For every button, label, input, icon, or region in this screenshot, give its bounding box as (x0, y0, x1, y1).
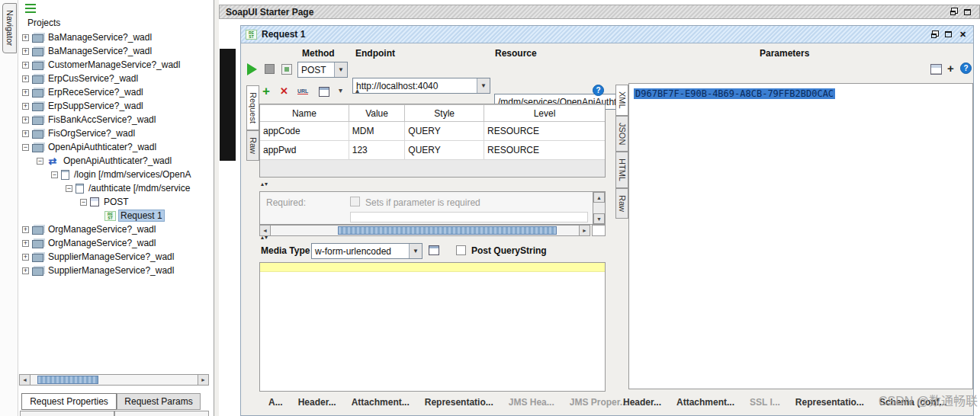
scrollbar-thumb[interactable] (37, 376, 98, 384)
param-cell[interactable]: appCode (260, 122, 349, 141)
expander-icon[interactable]: − (80, 199, 87, 206)
splitter-collapse-buttons[interactable]: ▴▾ (261, 234, 268, 241)
param-cell[interactable]: QUERY (405, 122, 484, 141)
help-icon[interactable]: ? (593, 85, 604, 96)
tree-item[interactable]: +ErpCusService?_wadl (18, 72, 214, 85)
scrollbar-thumb[interactable] (338, 226, 557, 235)
expander-icon[interactable]: + (22, 226, 29, 233)
param-cell[interactable]: QUERY (405, 141, 484, 160)
desktop-scrollbar[interactable] (220, 49, 236, 161)
detail-vscrollbar[interactable]: ▲ ▼ (593, 192, 605, 224)
scroll-left-button[interactable]: ◄ (19, 374, 31, 386)
restore-icon[interactable] (947, 7, 959, 18)
scroll-up-button[interactable]: ▲ (593, 192, 605, 203)
tree-item[interactable]: −⇄OpenApiAuthticater?_wadl (18, 154, 214, 168)
tree-item[interactable]: +BaManageService?_wadl (18, 44, 214, 58)
request-bottom-tab[interactable]: Representatio... (425, 397, 493, 408)
splitter-collapse-buttons[interactable]: ▴▾ (261, 181, 268, 187)
param-row[interactable]: appCodeMDMQUERYRESOURCE (260, 122, 605, 141)
tree-item[interactable]: +FisOrgService?_wadl (18, 126, 214, 140)
param-row[interactable]: appPwd123QUERYRESOURCE (260, 141, 605, 160)
response-selected-text[interactable]: D967BF7F-E90B-4B69-A8CB-79FFB2BD0CAC (634, 88, 835, 99)
tree-item[interactable]: +BaManageService?_wadl (18, 30, 214, 44)
scrollbar-track[interactable] (31, 374, 198, 386)
expander-icon[interactable]: + (22, 62, 29, 69)
response-format-tab-json[interactable]: JSON (615, 116, 628, 152)
method-select[interactable]: POST ▼ (297, 62, 348, 78)
query-params-icon[interactable] (930, 64, 942, 80)
restore-icon[interactable] (928, 29, 940, 40)
param-cell[interactable]: MDM (349, 122, 405, 141)
tree-item[interactable]: +OrgManageService?_wadl (18, 236, 214, 250)
expander-icon[interactable]: − (37, 158, 43, 165)
scroll-right-button[interactable]: ► (198, 374, 209, 386)
expander-icon[interactable]: − (66, 185, 72, 192)
cancel-request-button[interactable] (265, 64, 275, 80)
tree-item[interactable]: −/authticate [/mdm/service (18, 181, 214, 195)
expander-icon[interactable]: + (22, 75, 29, 82)
response-format-tab-raw[interactable]: Raw (615, 188, 628, 219)
expander-icon[interactable]: + (22, 34, 29, 41)
media-type-select[interactable]: w-form-urlencoded ▼ (311, 243, 423, 259)
expander-icon[interactable]: + (22, 267, 29, 274)
request-bottom-tab[interactable]: Header... (298, 397, 336, 408)
tree-item[interactable]: +FisBankAccService?_wadl (18, 113, 214, 126)
move-up-button[interactable]: ▴ (355, 85, 359, 97)
expander-icon[interactable]: + (22, 89, 29, 96)
response-bottom-tab[interactable]: Attachment... (676, 397, 734, 408)
tree-item[interactable]: +CustomerManageService?_wadl (18, 58, 214, 72)
request-bottom-tab[interactable]: JMS Hea... (509, 397, 554, 408)
move-down-button[interactable]: ▾ (339, 85, 342, 97)
scrollbar-track[interactable] (271, 225, 579, 236)
request-view-tab-request[interactable]: Request (246, 85, 259, 130)
request-bottom-tab[interactable]: A... (268, 397, 283, 408)
delete-row-button[interactable]: ✕ (280, 85, 288, 98)
tree-item[interactable]: +OrgManageService?_wadl (18, 222, 214, 236)
tree-item[interactable]: RESTRequest 1 (18, 209, 214, 222)
expander-icon[interactable]: + (22, 254, 29, 261)
menu-icon[interactable] (25, 4, 36, 13)
tree-item[interactable]: +SupplierManageService?_wadl (18, 264, 214, 277)
tree-item[interactable]: +ErpSuppService?_wadl (18, 99, 214, 113)
expander-icon[interactable]: + (22, 130, 29, 137)
expander-icon[interactable]: + (22, 117, 29, 123)
request-body-editor[interactable] (259, 262, 606, 392)
response-bottom-tab[interactable]: SSL I... (750, 397, 780, 408)
tree-item[interactable]: −/login [/mdm/services/OpenA (18, 168, 214, 181)
url-encode-icon[interactable]: URL (297, 85, 308, 94)
expander-icon[interactable]: + (22, 48, 29, 55)
request-view-tab-raw[interactable]: Raw (246, 130, 259, 161)
param-cell[interactable]: RESOURCE (484, 122, 605, 141)
scroll-right-button[interactable]: ► (579, 225, 590, 236)
chevron-down-icon[interactable]: ▼ (409, 244, 422, 258)
expander-icon[interactable]: − (22, 144, 29, 151)
response-content[interactable]: D967BF7F-E90B-4B69-A8CB-79FFB2BD0CAC (628, 83, 973, 389)
add-row-button[interactable]: + (262, 85, 270, 98)
tree-item[interactable]: −POST (18, 195, 214, 209)
params-preview-icon[interactable] (319, 87, 329, 97)
param-cell[interactable]: 123 (349, 141, 405, 160)
tab-request-properties[interactable]: Request Properties (21, 393, 117, 410)
add-param-icon[interactable]: + (947, 63, 954, 79)
response-bottom-tab[interactable]: Header... (623, 397, 661, 408)
response-bottom-tab[interactable]: Representatio... (795, 397, 864, 408)
maximize-icon[interactable] (943, 29, 954, 40)
request-window-titlebar[interactable]: REST Request 1 ✕ (241, 26, 973, 43)
expander-icon[interactable]: + (22, 103, 29, 110)
tree-item[interactable]: +ErpReceService?_wadl (18, 85, 214, 99)
navigator-side-tab[interactable]: Navigator (2, 3, 17, 53)
params-hscrollbar[interactable]: ◄ ► (259, 225, 590, 236)
close-icon[interactable]: ✕ (957, 29, 969, 40)
response-format-tab-html[interactable]: HTML (615, 152, 628, 188)
panel-splitter[interactable] (214, 0, 219, 416)
help-icon[interactable]: ? (960, 62, 972, 74)
navigator-hscrollbar[interactable]: ◄ ► (19, 374, 209, 386)
tree-root[interactable]: Projects (27, 18, 60, 28)
starter-page-titlebar[interactable]: SoapUI Starter Page (219, 5, 980, 19)
tab-request-params[interactable]: Request Params (117, 393, 201, 410)
refresh-icon[interactable] (429, 245, 439, 255)
post-querystring-checkbox[interactable] (456, 245, 466, 255)
required-checkbox[interactable] (350, 197, 360, 206)
expander-icon[interactable]: + (22, 240, 29, 247)
maximize-icon[interactable] (962, 7, 973, 18)
